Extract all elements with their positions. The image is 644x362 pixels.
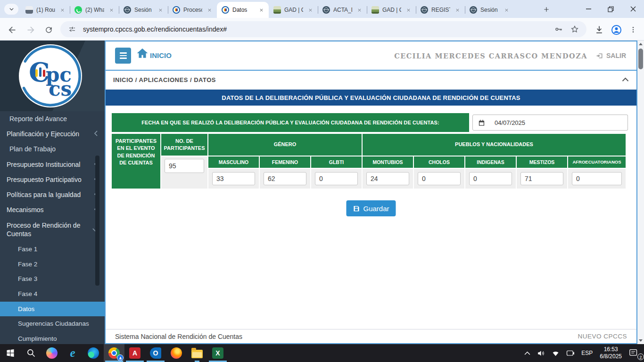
window-minimize-button[interactable] xyxy=(578,0,600,18)
sidebar-item-presupuesto-participativo[interactable]: Presupuesto Participativo xyxy=(0,172,105,187)
url-bar[interactable]: systempro.cpccs.gob.ec/rendicioncuentas/… xyxy=(60,21,586,37)
window-close-button[interactable] xyxy=(622,0,644,18)
profile-avatar[interactable] xyxy=(610,24,622,36)
taskbar-edge-button[interactable] xyxy=(83,344,104,362)
browser-tab[interactable]: REGIST xyxy=(416,2,465,18)
hamburger-menu-button[interactable] xyxy=(115,48,131,64)
breadcrumb[interactable]: INICIO / APLICACIONES / DATOS xyxy=(113,76,216,83)
bookmark-star-icon[interactable] xyxy=(570,24,580,34)
sidebar-item-cumplimiento[interactable]: Cumplimiento xyxy=(0,331,105,344)
taskbar-firefox-button[interactable] xyxy=(166,344,187,362)
logout-button[interactable]: SALIR xyxy=(596,52,626,59)
tab-close-icon[interactable] xyxy=(58,6,66,14)
browser-tab[interactable]: Sesión xyxy=(119,2,168,18)
tray-wifi[interactable] xyxy=(548,344,563,362)
glbti-input[interactable] xyxy=(315,172,358,185)
tray-meet-now[interactable] xyxy=(563,344,578,362)
sidebar-item-fase-1[interactable]: Fase 1 xyxy=(0,242,105,257)
scrollbar-down-arrow[interactable] xyxy=(637,337,644,344)
browser-tab[interactable]: ACTA_D xyxy=(318,2,367,18)
forward-button[interactable] xyxy=(25,24,37,36)
tray-show-hidden-icons[interactable] xyxy=(521,344,534,362)
collapse-panel-button[interactable] xyxy=(622,75,629,84)
url-text[interactable]: systempro.cpccs.gob.ec/rendicioncuentas/… xyxy=(83,25,548,33)
masculino-input[interactable] xyxy=(212,172,255,185)
sidebar-item-politicas-para-la-igualdad[interactable]: Políticas para la Igualdad xyxy=(0,187,105,202)
afroecuatorianos-input[interactable] xyxy=(572,172,622,185)
tab-close-icon[interactable] xyxy=(157,6,164,14)
sidebar-item-proceso-de-rendicion-de-cuentas[interactable]: Proceso de Rendición de Cuentas xyxy=(0,217,105,242)
date-input[interactable] xyxy=(490,115,628,131)
scrollbar-thumb[interactable] xyxy=(638,49,643,69)
taskbar-excel-button[interactable]: X xyxy=(207,344,228,362)
window-restore-button[interactable] xyxy=(600,0,622,18)
tab-close-icon[interactable] xyxy=(454,6,461,14)
sidebar-item-planificacion-y-ejecucion[interactable]: Planificación y Ejecución xyxy=(0,126,105,141)
mestizos-input[interactable] xyxy=(520,172,563,185)
site-settings-icon[interactable] xyxy=(67,24,77,34)
sidebar-item-fase-2[interactable]: Fase 2 xyxy=(0,257,105,272)
back-button[interactable] xyxy=(6,24,18,36)
browser-tab[interactable]: (1) Rou xyxy=(21,2,70,18)
password-key-icon[interactable] xyxy=(553,24,564,34)
chevron-up-icon xyxy=(622,77,629,82)
start-button[interactable] xyxy=(0,344,21,362)
chevron-down-icon xyxy=(9,7,14,12)
value-cell-afroecuatorianos xyxy=(568,169,626,189)
browser-tab[interactable]: Sesión xyxy=(465,2,514,18)
tray-language[interactable]: ESP xyxy=(578,344,596,362)
montubios-input[interactable] xyxy=(366,172,409,185)
taskbar-copilot-button[interactable] xyxy=(41,344,62,362)
femenino-input[interactable] xyxy=(264,172,306,185)
browser-tab[interactable]: GAD | C xyxy=(367,2,416,18)
taskbar-chrome-button[interactable] xyxy=(104,344,124,362)
browser-tab[interactable]: GAD | C xyxy=(269,2,318,18)
sidebar-scrollbar-thumb[interactable] xyxy=(95,156,99,286)
sidebar-item-sugerencias-ciudadanas[interactable]: Sugerencias Ciudadanas xyxy=(0,316,105,331)
home-link[interactable]: INICIO xyxy=(136,47,172,59)
browser-tab[interactable]: (2) Wha xyxy=(70,2,119,18)
browser-tab-active[interactable]: Datos xyxy=(217,2,269,18)
sidebar-item-presupuesto-institucional[interactable]: Presupuesto Institucional xyxy=(0,157,105,172)
calendar-button[interactable] xyxy=(472,115,490,131)
tray-volume[interactable] xyxy=(534,344,548,362)
tab-close-icon[interactable] xyxy=(355,6,363,14)
browser-tab[interactable]: Proceso xyxy=(168,2,217,18)
indigenas-input[interactable] xyxy=(469,172,512,185)
num-participants-input[interactable] xyxy=(165,159,204,173)
taskbar-outlook-button[interactable]: O xyxy=(145,344,166,362)
reload-button[interactable] xyxy=(42,24,55,36)
taskbar-acrobat-button[interactable]: A xyxy=(124,344,145,362)
save-button[interactable]: Guardar xyxy=(346,200,396,216)
downloads-button[interactable] xyxy=(593,24,605,36)
sidebar-item-label: Sugerencias Ciudadanas xyxy=(18,320,89,328)
tab-close-icon[interactable] xyxy=(306,6,314,14)
scrollbar-up-arrow[interactable] xyxy=(637,41,644,48)
sidebar-item-mecanismos[interactable]: Mecanismos xyxy=(0,202,105,217)
tab-close-icon[interactable] xyxy=(405,6,412,14)
three-dot-menu-icon xyxy=(629,26,637,33)
sidebar-item-label: Planificación y Ejecución xyxy=(7,130,79,138)
taskbar-file-explorer-button[interactable] xyxy=(187,344,207,362)
taskbar-internet-explorer-button[interactable]: e xyxy=(62,344,83,362)
cholos-input[interactable] xyxy=(418,172,461,185)
page-scrollbar[interactable] xyxy=(637,41,644,344)
tab-close-icon[interactable] xyxy=(206,6,213,14)
tab-close-icon[interactable] xyxy=(257,6,265,14)
sidebar-item-datos[interactable]: Datos xyxy=(0,302,105,317)
tab-close-icon[interactable] xyxy=(107,6,115,14)
sidebar-item-reporte-del-avance[interactable]: Reporte del Avance xyxy=(0,111,105,126)
tray-notifications[interactable]: 2 xyxy=(626,344,644,362)
new-tab-button[interactable] xyxy=(540,3,553,16)
taskbar-search-button[interactable] xyxy=(21,344,41,362)
browser-menu-button[interactable] xyxy=(627,24,639,36)
sidebar-item-fase-3[interactable]: Fase 3 xyxy=(0,272,105,287)
calendar-icon xyxy=(478,119,485,126)
tab-close-icon[interactable] xyxy=(503,6,510,14)
forward-arrow-icon xyxy=(26,25,36,35)
copilot-icon xyxy=(46,347,58,359)
sidebar-item-plan-de-trabajo[interactable]: Plan de Trabajo xyxy=(0,141,105,156)
tab-search-button[interactable] xyxy=(4,4,18,15)
sidebar-item-fase-4[interactable]: Fase 4 xyxy=(0,287,105,302)
tray-clock[interactable]: 16:53 6/8/2025 xyxy=(596,346,626,360)
